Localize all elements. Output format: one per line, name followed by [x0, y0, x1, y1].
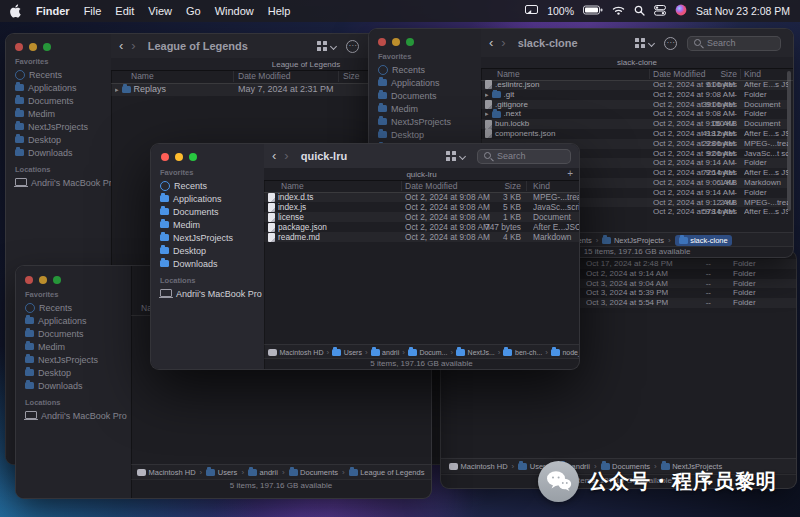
sidebar-item-documents[interactable]: Documents	[16, 327, 131, 340]
search-field[interactable]: Search	[687, 36, 781, 51]
path-segment[interactable]: Users	[332, 349, 362, 356]
menu-item-go[interactable]: Go	[186, 5, 201, 17]
minimize-icon[interactable]	[29, 43, 37, 51]
traffic-lights[interactable]	[378, 38, 414, 46]
sidebar-item-desktop[interactable]: Desktop	[16, 366, 131, 379]
column-header-name[interactable]: Name	[281, 180, 304, 192]
chevron-down-icon[interactable]	[330, 42, 337, 49]
more-options-icon[interactable]	[346, 40, 359, 53]
sidebar-item-recents[interactable]: Recents	[16, 301, 131, 314]
table-row[interactable]: .next Oct 2, 2024 at 9:08 AM -- Folder	[481, 109, 787, 119]
sidebar-item-recents[interactable]: Recents	[151, 179, 264, 192]
column-header-date[interactable]: Date Modified	[238, 70, 290, 83]
minimize-icon[interactable]	[175, 153, 183, 161]
sidebar-item-downloads[interactable]: Downloads	[16, 379, 131, 392]
screen-mirroring-icon[interactable]	[525, 5, 538, 17]
battery-icon[interactable]	[583, 5, 603, 17]
sidebar-item-nextjsprojects[interactable]: NextJsProjects	[151, 231, 264, 244]
column-header-size[interactable]: Size	[460, 180, 521, 192]
traffic-lights[interactable]	[161, 153, 197, 161]
zoom-icon[interactable]	[189, 153, 197, 161]
column-header-name[interactable]: Name	[497, 68, 520, 80]
menu-item-view[interactable]: View	[148, 5, 172, 17]
view-grid-icon[interactable]	[317, 41, 327, 51]
sidebar-item-nextjsprojects[interactable]: NextJsProjects	[369, 115, 481, 128]
table-row[interactable]: .git Oct 2, 2024 at 9:08 AM -- Folder	[481, 90, 787, 100]
sidebar-item-desktop[interactable]: Desktop	[151, 244, 264, 257]
path-segment[interactable]: Macintosh HD	[268, 349, 323, 356]
view-grid-icon[interactable]	[446, 151, 456, 161]
tab-league[interactable]: League of Legends	[272, 60, 341, 69]
back-icon[interactable]	[489, 38, 493, 48]
back-icon[interactable]	[272, 151, 276, 161]
chevron-down-icon[interactable]	[648, 39, 655, 46]
path-segment[interactable]: andrii	[248, 468, 278, 477]
minimize-icon[interactable]	[39, 276, 47, 284]
close-icon[interactable]	[15, 43, 23, 51]
sidebar-item-recents[interactable]: Recents	[369, 63, 481, 76]
view-grid-icon[interactable]	[635, 38, 645, 48]
tab-slack-clone[interactable]: slack-clone	[617, 58, 657, 67]
path-segment[interactable]: League of Legends	[349, 468, 425, 477]
sidebar-item-nextjsprojects[interactable]: NextJsProjects	[6, 120, 111, 133]
path-segment[interactable]: Macintosh HD	[449, 462, 508, 471]
forward-icon[interactable]	[284, 151, 288, 161]
disclosure-icon[interactable]	[485, 90, 489, 100]
sidebar-item-medim[interactable]: Medim	[6, 107, 111, 120]
control-center-icon[interactable]	[654, 5, 666, 18]
sidebar-item-applications[interactable]: Applications	[151, 192, 264, 205]
table-row[interactable]: index.d.ts Oct 2, 2024 at 9:08 AM 3 KB M…	[264, 192, 579, 202]
close-icon[interactable]	[25, 276, 33, 284]
table-row[interactable]: readme.md Oct 2, 2024 at 9:08 AM 4 KB Ma…	[264, 232, 579, 242]
spotlight-search-icon[interactable]	[634, 5, 645, 18]
table-row[interactable]: bun.lockb Oct 2, 2024 at 9:06 AM 150 KB …	[481, 119, 787, 129]
zoom-icon[interactable]	[43, 43, 51, 51]
search-field[interactable]: Search	[477, 149, 571, 164]
apple-menu-icon[interactable]	[10, 4, 22, 18]
sidebar-item-downloads[interactable]: Downloads	[151, 257, 264, 270]
path-segment[interactable]: Macintosh HD	[137, 468, 196, 477]
sidebar-item-desktop[interactable]: Desktop	[6, 133, 111, 146]
tab-quick-lru[interactable]: quick-lru	[406, 170, 436, 179]
siri-icon[interactable]	[675, 4, 687, 18]
sidebar-item-downloads[interactable]: Downloads	[6, 146, 111, 159]
sidebar-item-applications[interactable]: Applications	[16, 314, 131, 327]
table-row[interactable]: components.json Oct 2, 2024 at 9:12 AM 4…	[481, 129, 787, 139]
path-segment[interactable]: NextJs...	[456, 349, 495, 356]
menu-item-window[interactable]: Window	[215, 5, 254, 17]
path-segment[interactable]: NextJsProjects	[602, 236, 664, 245]
minimize-icon[interactable]	[392, 38, 400, 46]
sidebar-item-applications[interactable]: Applications	[369, 76, 481, 89]
column-header-kind[interactable]: Kind	[533, 180, 550, 192]
close-icon[interactable]	[378, 38, 386, 46]
menu-item-finder[interactable]: Finder	[36, 5, 70, 17]
sidebar-item-medim[interactable]: Medim	[151, 218, 264, 231]
sidebar-item-recents[interactable]: Recents	[6, 68, 111, 81]
traffic-lights[interactable]	[25, 276, 61, 284]
table-row[interactable]: .gitignore Oct 2, 2024 at 9:06 AM 391 by…	[481, 100, 787, 110]
path-segment[interactable]: Documents	[289, 468, 338, 477]
path-segment[interactable]: node_m...	[551, 349, 579, 356]
wifi-icon[interactable]	[612, 5, 625, 17]
table-row[interactable]: .eslintrc.json Oct 2, 2024 at 9:06 AM 61…	[481, 80, 787, 90]
table-row[interactable]: index.js Oct 2, 2024 at 9:08 AM 5 KB Jav…	[264, 202, 579, 212]
path-segment-selected[interactable]: slack-clone	[675, 235, 732, 246]
scrollbar[interactable]	[787, 71, 791, 211]
new-tab-icon[interactable]	[567, 168, 573, 180]
sidebar-item-medim[interactable]: Medim	[16, 340, 131, 353]
disclosure-icon[interactable]	[115, 83, 119, 96]
disclosure-icon[interactable]	[485, 109, 489, 119]
column-header-size[interactable]: Size	[681, 68, 737, 80]
menu-item-edit[interactable]: Edit	[115, 5, 134, 17]
column-header-name[interactable]: Name	[131, 70, 154, 83]
forward-icon[interactable]	[501, 38, 505, 48]
back-icon[interactable]	[119, 41, 123, 51]
menu-item-help[interactable]: Help	[268, 5, 291, 17]
forward-icon[interactable]	[131, 41, 135, 51]
column-header-date[interactable]: Date Modified	[405, 180, 457, 192]
more-options-icon[interactable]	[664, 37, 677, 50]
menu-item-file[interactable]: File	[84, 5, 102, 17]
path-segment[interactable]: Users	[206, 468, 237, 477]
path-segment[interactable]: Docum...	[408, 349, 448, 356]
sidebar-item-applications[interactable]: Applications	[6, 81, 111, 94]
